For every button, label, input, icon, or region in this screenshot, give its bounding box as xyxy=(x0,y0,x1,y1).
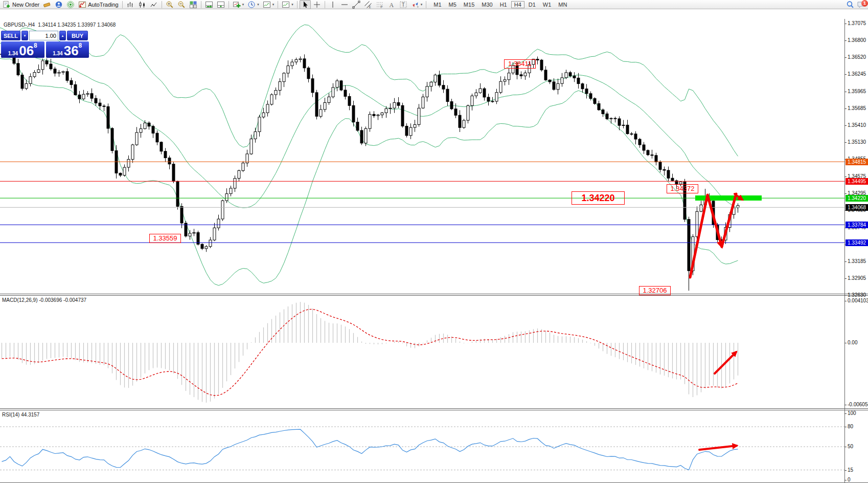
fibonacci-tool[interactable] xyxy=(374,1,385,9)
pane-separator xyxy=(0,410,868,410)
price-callout[interactable]: 1.34220 xyxy=(572,191,625,205)
price-tag[interactable]: 1.34220 xyxy=(846,195,868,202)
trendline-icon xyxy=(352,1,360,9)
channel-icon xyxy=(364,1,372,9)
search-icon[interactable] xyxy=(846,1,854,9)
price-axis-tick xyxy=(844,193,847,194)
price-tag[interactable]: 1.33492 xyxy=(846,239,868,246)
price-tag[interactable]: 1.34068 xyxy=(846,204,868,211)
buy-price-tile[interactable]: 1.34368 xyxy=(46,41,89,58)
line-chart-button[interactable] xyxy=(148,1,159,9)
sell-price-big: 06 xyxy=(19,45,34,57)
price-tag[interactable]: 1.34495 xyxy=(846,178,868,185)
rsi-axis-tick xyxy=(844,413,847,414)
bar-chart-button[interactable] xyxy=(125,1,136,9)
rsi-axis-label: 15 xyxy=(848,467,868,473)
timeframe-m30[interactable]: M30 xyxy=(478,1,495,8)
crosshair-tool[interactable] xyxy=(311,1,323,9)
signals-button[interactable] xyxy=(65,1,76,9)
tile-windows-icon xyxy=(189,1,197,9)
depth-of-market-button[interactable] xyxy=(215,1,226,9)
sell-button[interactable]: SELL xyxy=(1,31,20,40)
trendline-tool[interactable] xyxy=(351,1,362,9)
timeframe-h4[interactable]: H4 xyxy=(511,1,524,8)
price-callout[interactable]: 1.32706 xyxy=(639,286,671,295)
buy-price-big: 36 xyxy=(64,45,79,57)
text-label-icon xyxy=(399,1,407,9)
arrows-tool[interactable]: ▾ xyxy=(409,1,424,9)
price-axis-tick xyxy=(844,74,847,75)
timeframe-w1[interactable]: W1 xyxy=(540,1,555,8)
price-tag[interactable]: 1.34815 xyxy=(846,159,868,165)
zoom-out-button[interactable] xyxy=(176,1,187,9)
community-icon xyxy=(55,1,63,9)
chevron-down-icon: ▾ xyxy=(242,3,244,7)
vertical-line-tool[interactable] xyxy=(327,1,338,9)
price-callout[interactable]: 1.33559 xyxy=(149,234,181,243)
toolbar-separator xyxy=(201,1,201,8)
volume-decrease-button[interactable]: ▼ xyxy=(21,31,28,40)
pane-separator xyxy=(0,295,868,296)
macd-pane[interactable] xyxy=(0,296,868,408)
new-order-icon xyxy=(3,1,11,9)
rsi-axis-tick xyxy=(844,480,847,480)
red-arrow-annotation[interactable] xyxy=(722,194,736,247)
community-button[interactable] xyxy=(53,1,64,9)
new-order-button[interactable]: New Order xyxy=(1,1,41,9)
styler-button[interactable] xyxy=(41,1,53,9)
timeframe-m1[interactable]: M1 xyxy=(430,1,444,8)
cursor-icon xyxy=(301,1,309,9)
label-tool[interactable] xyxy=(398,1,409,9)
red-arrow-annotation[interactable] xyxy=(699,446,737,450)
timeframe-m15[interactable]: M15 xyxy=(461,1,477,8)
timeframe-h1[interactable]: H1 xyxy=(497,1,510,8)
notifications-button[interactable]: 1 xyxy=(857,1,866,9)
price-axis-label: 1.37075 xyxy=(848,20,868,26)
rsi-line xyxy=(2,429,738,470)
volume-input[interactable]: 1.00 xyxy=(29,31,58,40)
price-axis-label: 1.36800 xyxy=(848,37,868,43)
ohlc-values: 1.34114 1.34235 1.33997 1.34068 xyxy=(38,22,116,28)
price-axis-label: 1.32905 xyxy=(848,275,868,281)
toolbar-separator xyxy=(325,1,325,8)
timeframe-d1[interactable]: D1 xyxy=(526,1,539,8)
pane-separator[interactable] xyxy=(0,408,868,409)
symbol-info: GBPUSD-,H41.34114 1.34235 1.33997 1.3406… xyxy=(4,22,116,28)
pane-separator[interactable] xyxy=(0,294,868,294)
price-callout[interactable]: 1.34372 xyxy=(667,184,698,193)
price-axis-tick xyxy=(844,177,847,177)
zoom-in-icon xyxy=(166,1,174,9)
timeframe-m5[interactable]: M5 xyxy=(446,1,460,8)
tile-windows-button[interactable] xyxy=(188,1,199,9)
rsi-pane[interactable] xyxy=(0,410,868,482)
price-tag[interactable]: 1.33784 xyxy=(846,222,868,228)
chart-mode-button[interactable]: ▾ xyxy=(280,1,295,9)
rsi-axis-tick xyxy=(844,427,847,427)
horizontal-line-tool[interactable] xyxy=(339,1,350,9)
price-callout[interactable]: 1.36411 xyxy=(504,59,536,69)
buy-button[interactable]: BUY xyxy=(67,31,88,40)
templates-button[interactable]: ▾ xyxy=(261,1,276,9)
add-indicator-icon xyxy=(233,1,241,9)
signals-icon xyxy=(66,1,75,9)
periods-button[interactable]: ▾ xyxy=(246,1,261,9)
main-chart-pane[interactable] xyxy=(0,19,868,294)
cursor-tool[interactable] xyxy=(300,0,311,9)
indicator-window-button[interactable] xyxy=(203,1,215,9)
macd-axis-tick xyxy=(844,301,847,301)
add-indicator-button[interactable]: ▾ xyxy=(231,1,246,9)
volume-increase-button[interactable]: ▲ xyxy=(59,31,66,40)
autotrading-toggle[interactable]: AutoTrading xyxy=(77,1,120,9)
one-click-trading-panel: SELL ▼ 1.00 ▲ BUY 1.34068 1.34368 xyxy=(1,31,89,58)
timeframe-mn[interactable]: MN xyxy=(555,1,570,8)
toolbar-right: 1 xyxy=(846,0,866,9)
zoom-in-button[interactable] xyxy=(164,1,175,9)
chart-window[interactable]: GBPUSD-,H41.34114 1.34235 1.33997 1.3406… xyxy=(0,9,868,483)
channel-tool[interactable] xyxy=(362,1,374,9)
sell-price-tile[interactable]: 1.34068 xyxy=(1,41,44,58)
text-tool[interactable] xyxy=(386,1,397,9)
price-axis-tick xyxy=(844,57,847,58)
symbol-timeframe-label: GBPUSD-,H4 xyxy=(4,22,35,28)
template-icon xyxy=(263,1,271,9)
candlestick-chart-button[interactable] xyxy=(136,1,148,9)
